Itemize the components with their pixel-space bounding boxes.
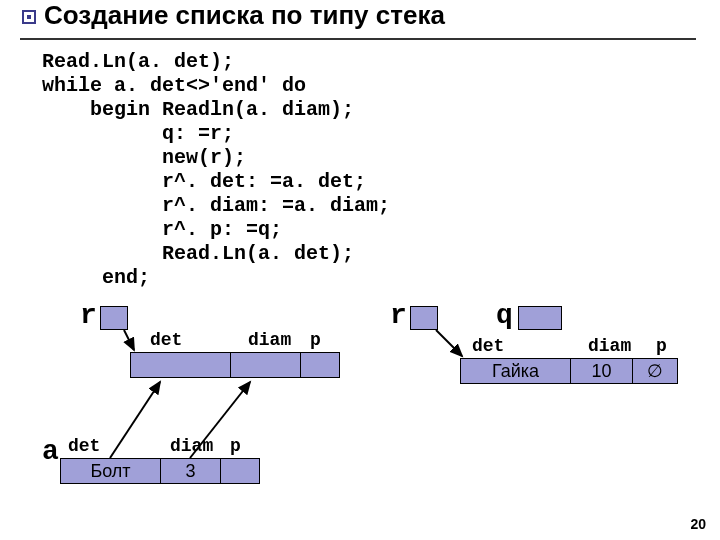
title-rule <box>20 38 696 40</box>
ptr-r-right-label: r <box>390 300 407 331</box>
svg-line-0 <box>124 330 134 350</box>
page-title: Создание списка по типу стека <box>44 0 445 31</box>
ptr-q-label: q <box>496 300 513 331</box>
right-val-p: ∅ <box>647 360 663 382</box>
right-label-diam: diam <box>588 336 631 356</box>
right-val-diam: 10 <box>591 361 611 382</box>
page-number: 20 <box>690 516 706 532</box>
code-block: Read.Ln(a. det); while a. det<>'end' do … <box>42 50 390 290</box>
a-label-p: p <box>230 436 241 456</box>
svg-line-1 <box>436 330 462 356</box>
left-label-diam: diam <box>248 330 291 350</box>
a-val-det: Болт <box>90 461 130 482</box>
a-record: Болт 3 <box>60 458 260 484</box>
left-label-det: det <box>150 330 182 350</box>
ptr-r-left-box <box>100 306 128 330</box>
left-label-p: p <box>310 330 321 350</box>
ptr-a-label: a <box>42 436 59 467</box>
svg-line-2 <box>110 382 160 458</box>
a-val-diam: 3 <box>185 461 195 482</box>
title-bullet <box>22 10 36 24</box>
right-label-p: p <box>656 336 667 356</box>
ptr-r-right-box <box>410 306 438 330</box>
left-record <box>130 352 340 378</box>
right-record: Гайка 10 ∅ <box>460 358 678 384</box>
a-label-det: det <box>68 436 100 456</box>
right-val-det: Гайка <box>492 361 539 382</box>
a-label-diam: diam <box>170 436 213 456</box>
ptr-r-left-label: r <box>80 300 97 331</box>
right-label-det: det <box>472 336 504 356</box>
ptr-q-box <box>518 306 562 330</box>
